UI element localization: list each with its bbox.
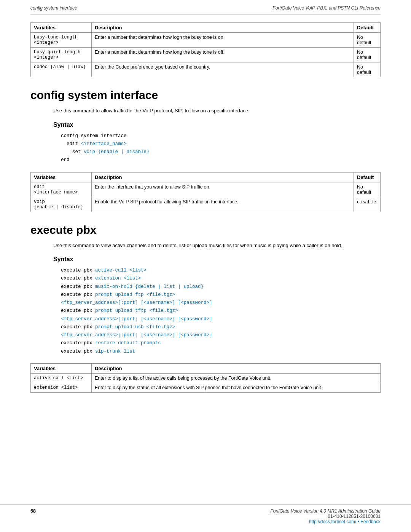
section1-title: config system interface: [30, 89, 381, 102]
table-row: disable: [354, 197, 381, 212]
s2-col-variables: Variables: [31, 363, 92, 373]
table-row: Enter to display a list of the active ca…: [92, 373, 381, 383]
table-row: Nodefault: [354, 33, 381, 48]
table-row: extension <list>: [31, 383, 92, 392]
table-row: voip{enable | disable}: [31, 197, 92, 212]
table-row: Nodefault: [354, 182, 381, 197]
section2-table: Variables Description active-call <list>…: [30, 363, 381, 393]
page: config system interface FortiGate Voice …: [0, 0, 411, 532]
section2-title: execute pbx: [30, 224, 381, 236]
table-row: Enter to display the status of all exten…: [92, 383, 381, 392]
footer-doc-id: 01-410-112851-20100601: [271, 514, 381, 519]
page-header: config system interface FortiGate Voice …: [30, 0, 381, 15]
col-default: Default: [354, 23, 381, 33]
footer-doc-title: FortiGate Voice Version 4.0 MR1 Administ…: [271, 508, 381, 514]
s1-col-variables: Variables: [31, 172, 92, 182]
section2-code: execute pbx active-call <list>execute pb…: [61, 267, 381, 356]
table-row: Enable the VoIP SIP protocol for allowin…: [92, 197, 354, 212]
table-row: Enter the Codec preference type based on…: [92, 62, 354, 77]
table-row: busy-tone-length<integer>: [31, 33, 92, 48]
footer-doc-link[interactable]: http://docs.fortinet.com/ • Feedback: [271, 519, 381, 524]
table-row: Enter a number that determines how logn …: [92, 33, 354, 48]
col-variables: Variables: [31, 23, 92, 33]
header-right: FortiGate Voice VoIP, PBX, and PSTN CLI …: [272, 5, 381, 11]
section1-desc: Use this command to allow traffic for th…: [53, 107, 381, 115]
table-row: codec {alaw | ulaw}: [31, 62, 92, 77]
table-row: active-call <list>: [31, 373, 92, 383]
feedback-link[interactable]: Feedback: [360, 519, 381, 524]
page-footer: 58 FortiGate Voice Version 4.0 MR1 Admin…: [0, 504, 411, 524]
table-row: edit<interface_name>: [31, 182, 92, 197]
section1-code: config system interface edit <interface_…: [61, 132, 381, 165]
header-left: config system interface: [30, 5, 77, 11]
section1-syntax-heading: Syntax: [53, 121, 381, 128]
s1-col-default: Default: [354, 172, 381, 182]
page-number: 58: [30, 508, 36, 514]
top-table: Variables Description Default busy-tone-…: [30, 22, 381, 77]
table-row: Nodefault: [354, 62, 381, 77]
section2-syntax-heading: Syntax: [53, 256, 381, 263]
section1-table: Variables Description Default edit<inter…: [30, 172, 381, 212]
section2-desc: Use this command to view active channels…: [53, 242, 381, 249]
top-variables-table: Variables Description Default busy-tone-…: [30, 22, 381, 77]
s2-col-description: Description: [92, 363, 381, 373]
table-row: Enter a number that determines how long …: [92, 48, 354, 62]
footer-link-url: http://docs.fortinet.com/ •: [309, 519, 361, 524]
s1-col-description: Description: [92, 172, 354, 182]
footer-right: FortiGate Voice Version 4.0 MR1 Administ…: [271, 508, 381, 524]
table-row: busy-quiet-length<integer>: [31, 48, 92, 62]
col-description: Description: [92, 23, 354, 33]
table-row: Enter the interface that you want to all…: [92, 182, 354, 197]
table-row: Nodefault: [354, 48, 381, 62]
